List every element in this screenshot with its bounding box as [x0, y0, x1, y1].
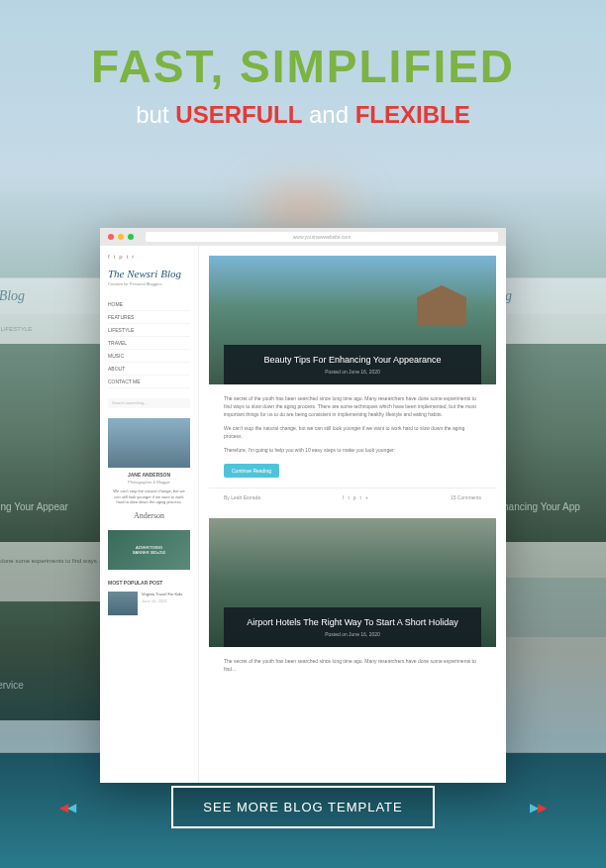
arrow-left-icon[interactable]: ◀ — [67, 801, 76, 814]
max-dot — [128, 234, 134, 240]
popular-heading: MOST POPULAR POST — [108, 580, 190, 586]
author-bio: We can't stop the natural change, but we… — [108, 488, 190, 505]
nav-home[interactable]: HOME — [108, 298, 190, 311]
subtitle-userfull: USERFULL — [175, 101, 302, 128]
post-author[interactable]: By Leah Estrada — [224, 494, 260, 500]
nav-travel[interactable]: TRAVEL — [108, 337, 190, 350]
popular-text: Virginia Travel For Kids June 16, 2020 — [142, 592, 190, 615]
author-signature: Anderson — [108, 511, 190, 520]
ad-text: ADVERTISING BANNER 300x250 — [129, 545, 170, 555]
blog-post: Airport Hotels The Right Way To Start A … — [209, 518, 496, 689]
tumblr-icon[interactable]: t — [127, 254, 129, 260]
post-body: The secret of the youth has been searche… — [209, 384, 496, 488]
subtitle-and: and — [309, 101, 349, 128]
social-icons: f t p t r — [108, 254, 190, 260]
popular-title: Virginia Travel For Kids — [142, 592, 190, 597]
popular-thumb — [108, 592, 138, 615]
post-title[interactable]: Airport Hotels The Right Way To Start A … — [234, 617, 471, 627]
rss-icon[interactable]: r — [132, 254, 134, 260]
cta-section: ◀ ◀ SEE MORE BLOG TEMPLATE ▶ ▶ — [0, 786, 606, 828]
browser-body: f t p t r The Newsri Blog Creative for P… — [100, 246, 506, 783]
post-title-overlay: Airport Hotels The Right Way To Start A … — [224, 607, 481, 647]
post-title-overlay: Beauty Tips For Enhancing Your Appearanc… — [224, 345, 481, 384]
tum-icon[interactable]: t — [360, 494, 361, 500]
post-social: f t p t + — [343, 494, 368, 500]
close-dot — [108, 234, 114, 240]
nav-features[interactable]: FEATURES — [108, 311, 190, 324]
post-footer: By Leah Estrada f t p t + 15 Comments — [209, 488, 496, 506]
nav-about[interactable]: ABOUT — [108, 363, 190, 376]
author-photo — [108, 418, 190, 468]
hero-subtitle: but USERFULL and FLEXIBLE — [0, 101, 606, 129]
twitter-icon[interactable]: t — [114, 254, 116, 260]
house-graphic — [417, 285, 466, 325]
url-bar: www.yournewwebsite.com — [146, 232, 498, 242]
post-body: The secret of the youth has been searche… — [209, 647, 496, 689]
facebook-icon[interactable]: f — [108, 254, 110, 260]
tw-icon[interactable]: t — [348, 494, 349, 500]
post-para: Therefore, I'm going to help you with 10… — [224, 446, 481, 454]
subtitle-flexible: FLEXIBLE — [355, 101, 470, 128]
post-date: Posted on June 16, 2020 — [234, 631, 471, 637]
nav-lifestyle[interactable]: LIFESTYLE — [108, 324, 190, 337]
subtitle-but: but — [136, 101, 168, 128]
bg-post-title2: rk Limousine Service — [0, 680, 24, 691]
post-para: The secret of the youth has been searche… — [224, 394, 481, 418]
blog-post: Beauty Tips For Enhancing Your Appearanc… — [209, 256, 496, 506]
post-hero-image: Airport Hotels The Right Way To Start A … — [209, 518, 496, 647]
nav-menu: HOME FEATURES LIFESTYLE TRAVEL MUSIC ABO… — [108, 298, 190, 388]
browser-chrome: www.yournewwebsite.com — [100, 228, 506, 246]
post-title[interactable]: Beauty Tips For Enhancing Your Appearanc… — [234, 355, 471, 365]
post-para: We can't stop the natural change, but we… — [224, 424, 481, 440]
blog-logo[interactable]: The Newsri Blog — [108, 268, 190, 279]
nav-music[interactable]: MUSIC — [108, 350, 190, 363]
post-comments[interactable]: 15 Comments — [451, 494, 481, 500]
pin-icon[interactable]: p — [354, 494, 356, 500]
plus-icon[interactable]: + — [365, 494, 368, 500]
hero-title: FAST, SIMPLIFIED — [0, 40, 606, 93]
browser-mockup: www.yournewwebsite.com f t p t r The New… — [100, 228, 506, 783]
min-dot — [118, 234, 124, 240]
bg-post-title: ips For Enhancing Your Appear — [0, 501, 68, 512]
author-name: JANE ANDERSON — [108, 472, 190, 478]
fb-icon[interactable]: f — [343, 494, 344, 500]
post-para: The secret of the youth has been searche… — [224, 657, 481, 673]
post-date: Posted on June 16, 2020 — [234, 369, 471, 375]
blog-main: Beauty Tips For Enhancing Your Appearanc… — [199, 246, 506, 783]
popular-date: June 16, 2020 — [142, 598, 190, 603]
pinterest-icon[interactable]: p — [119, 254, 122, 260]
read-more-button[interactable]: Continue Reading — [224, 464, 279, 478]
cta-button[interactable]: SEE MORE BLOG TEMPLATE — [171, 786, 434, 828]
post-hero-image: Beauty Tips For Enhancing Your Appearanc… — [209, 256, 496, 384]
search-input[interactable]: Search something... — [108, 398, 190, 408]
arrow-right-icon[interactable]: ▶ — [538, 801, 547, 814]
author-role: Photographer & Blogger — [108, 480, 190, 485]
nav-contact[interactable]: CONTACT ME — [108, 376, 190, 388]
popular-item[interactable]: Virginia Travel For Kids June 16, 2020 — [108, 592, 190, 615]
hero-section: FAST, SIMPLIFIED but USERFULL and FLEXIB… — [0, 0, 606, 129]
blog-tagline: Creative for Personal Bloggers — [108, 281, 190, 286]
ad-banner[interactable]: ADVERTISING BANNER 300x250 — [108, 530, 190, 570]
blog-sidebar: f t p t r The Newsri Blog Creative for P… — [100, 246, 199, 783]
